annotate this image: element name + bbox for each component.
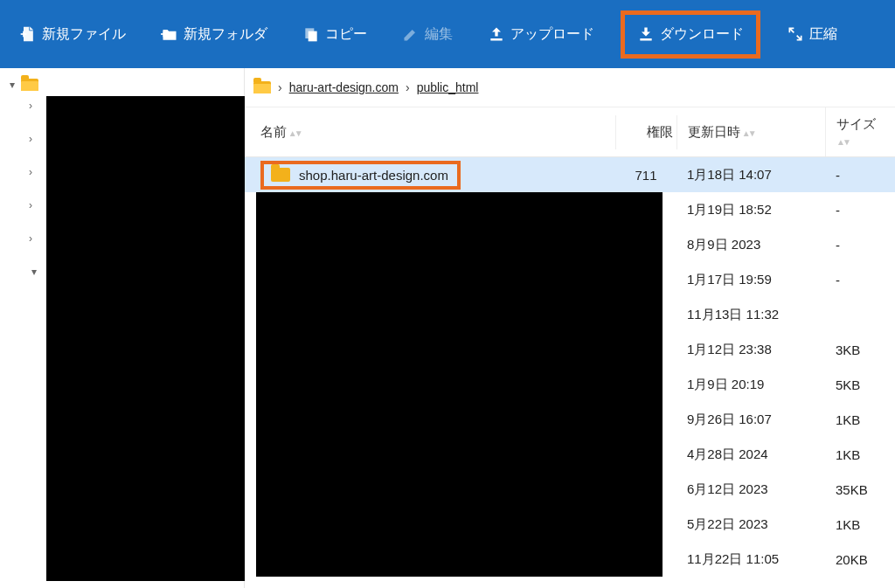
sort-icon: ▲▼ [288,128,301,138]
file-size: - [825,159,895,191]
edit-label: 編集 [425,25,453,44]
chevron-down-icon[interactable]: ▾ [29,266,39,278]
file-size: - [825,229,895,261]
file-permission: 711 [615,159,676,191]
file-size [825,306,895,323]
download-icon [637,25,655,43]
file-date: 11月13日 11:32 [676,298,825,332]
chevron-right-icon[interactable]: › [29,133,39,145]
column-date-header[interactable]: 更新日時 ▲▼ [676,115,825,149]
chevron-right-icon[interactable]: › [29,100,39,112]
file-date: 1月12日 23:38 [676,333,825,367]
file-date: 4月28日 2024 [676,438,825,472]
new-file-label: 新規ファイル [42,25,126,44]
pencil-icon [402,25,420,43]
copy-button[interactable]: コピー [294,17,376,52]
file-date: 9月26日 16:07 [676,403,825,437]
file-size: - [825,194,895,226]
chevron-right-icon[interactable]: › [29,166,39,178]
breadcrumb-separator: › [406,80,410,94]
content-redacted [256,192,663,577]
main-area: ▾ › › › › › ▾ › haru-art-design.com › pu… [0,68,895,588]
file-size: 1KB [825,404,895,436]
sidebar-redacted [46,96,245,581]
file-size: 3KB [825,334,895,366]
file-date: 5月22日 2023 [676,508,825,542]
file-size: 35KB [825,474,895,506]
file-date: 6月12日 2023 [676,473,825,507]
file-size: 5KB [825,369,895,401]
file-size: - [825,264,895,296]
column-name-header[interactable]: 名前 ▲▼ [245,115,615,149]
file-size: 20KB [825,543,895,576]
table-row[interactable]: shop.haru-art-design.com7111月18日 14:07- [245,157,895,192]
breadcrumb-separator: › [278,80,282,94]
upload-icon [488,25,505,43]
file-date: 1月18日 14:07 [676,158,825,192]
upload-label: アップロード [510,25,594,44]
download-label: ダウンロード [660,25,744,44]
compress-label: 圧縮 [809,25,837,44]
tree-child-toggles: › › › › › ▾ [29,100,39,278]
svg-rect-6 [490,38,502,41]
table-body: shop.haru-art-design.com7111月18日 14:07-1… [245,157,895,577]
file-size: 1KB [825,508,895,541]
new-folder-label: 新規フォルダ [184,25,267,44]
svg-rect-1 [23,31,24,38]
compress-icon [787,25,804,43]
tree-root[interactable]: ▾ [0,75,244,96]
file-date: 1月9日 20:19 [676,368,825,402]
copy-icon [302,25,320,43]
svg-rect-7 [640,38,651,41]
compress-button[interactable]: 圧縮 [778,17,846,52]
breadcrumb-segment[interactable]: haru-art-design.com [289,80,399,94]
folder-open-icon [253,81,271,93]
svg-rect-5 [309,31,317,42]
breadcrumb: › haru-art-design.com › public_html [245,68,895,107]
table-header: 名前 ▲▼ 権限 更新日時 ▲▼ サイズ ▲▼ [245,107,895,157]
chevron-right-icon[interactable]: › [29,199,39,211]
new-file-button[interactable]: 新規ファイル [10,17,135,52]
content-pane: › haru-art-design.com › public_html 名前 ▲… [245,68,895,588]
edit-button[interactable]: 編集 [393,17,461,52]
sort-icon: ▲▼ [836,137,849,147]
breadcrumb-segment[interactable]: public_html [417,80,479,94]
column-perm-header[interactable]: 権限 [615,115,676,149]
sidebar: ▾ › › › › › ▾ [0,68,245,588]
folder-open-icon [21,79,38,91]
download-button[interactable]: ダウンロード [621,10,760,59]
folder-plus-icon [161,25,178,43]
new-folder-button[interactable]: 新規フォルダ [152,17,276,52]
toolbar: 新規ファイル 新規フォルダ コピー 編集 アップロード ダウンロード 圧縮 [0,0,895,68]
chevron-down-icon[interactable]: ▾ [7,79,17,91]
file-date: 11月22日 11:05 [676,543,825,577]
file-date: 8月9日 2023 [676,228,825,262]
file-name: shop.haru-art-design.com [299,168,448,183]
file-plus-icon [19,25,37,43]
folder-icon [271,168,290,182]
copy-label: コピー [325,25,367,44]
column-size-header[interactable]: サイズ ▲▼ [825,107,895,156]
file-date: 1月19日 18:52 [676,193,825,227]
upload-button[interactable]: アップロード [479,17,603,52]
chevron-right-icon[interactable]: › [29,232,39,245]
sort-icon: ▲▼ [742,128,754,138]
file-date: 1月17日 19:59 [676,263,825,297]
file-size: 1KB [825,439,895,471]
svg-rect-3 [163,31,165,38]
